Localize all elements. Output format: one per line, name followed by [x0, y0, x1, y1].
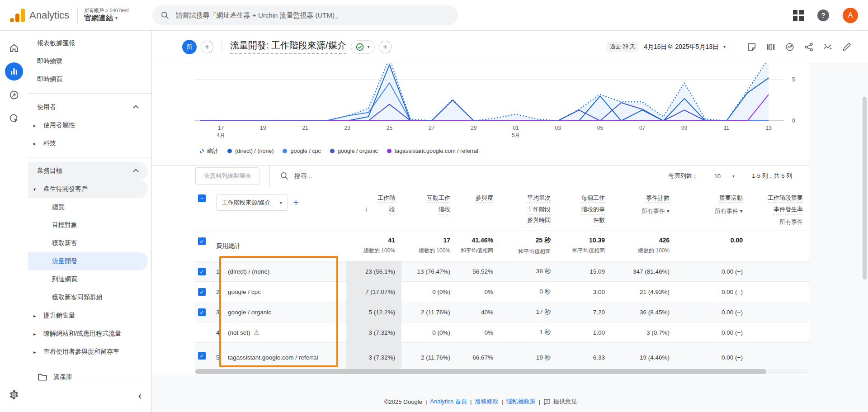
totals-cell: 426總數的 100% [611, 231, 676, 261]
footer-feedback[interactable]: 提供意見 [543, 398, 577, 406]
help-icon[interactable]: ? [817, 9, 829, 21]
comparison-icon[interactable] [761, 38, 780, 56]
column-header-2[interactable]: 互動工作階段 [401, 186, 457, 231]
legend-label: 總計 [207, 147, 218, 155]
dimension-selector[interactable]: 工作階段來源/媒介▾ [216, 194, 288, 211]
sidebar-item[interactable]: 資產庫 [28, 368, 148, 386]
select-all-checkbox[interactable]: − [198, 194, 206, 202]
sparkline-insights-icon[interactable] [818, 38, 837, 56]
sidebar-item[interactable]: ▸使用者屬性 [28, 116, 148, 134]
legend-item[interactable]: google / organic [330, 148, 378, 154]
reports-icon[interactable] [5, 62, 23, 81]
column-header-1[interactable]: ↓工作階段 [346, 186, 401, 231]
expand-arrow-icon[interactable]: ▸ [33, 331, 36, 336]
sidebar-item[interactable]: 流量開發 [28, 252, 148, 270]
expand-arrow-icon[interactable]: ▸ [33, 123, 36, 128]
row-metric-cell: 347 (81.46%) [611, 261, 676, 281]
footer-link[interactable]: 隱私權政策 [506, 398, 536, 406]
global-search[interactable] [152, 5, 458, 25]
collapse-sidebar-icon[interactable]: ‹ [138, 390, 142, 402]
column-header-3[interactable]: 參與度 [457, 186, 500, 231]
explore-icon[interactable] [5, 86, 23, 104]
expand-arrow-icon[interactable]: ▸ [33, 350, 36, 355]
chevron-down-icon[interactable]: ▾ [723, 44, 726, 49]
column-header-7[interactable]: 重要活動所有事件 ▾ [676, 186, 749, 231]
account-switcher[interactable]: 所有帳戶 > 0407test 官網連結 ▾ [84, 8, 129, 23]
row-metric-cell: 3 (7.32%) [346, 343, 401, 372]
advertising-icon[interactable] [5, 109, 23, 128]
sidebar-item-label: 使用者 [37, 103, 56, 111]
sidebar-item[interactable]: 報表數據匯報 [28, 34, 148, 52]
sidebar-item[interactable]: ▸科技 [28, 134, 148, 152]
legend-item[interactable]: (direct) / (none) [227, 148, 274, 154]
sidebar-item[interactable]: ▸查看使用者參與度和留存率 [28, 343, 148, 361]
sidebar-item[interactable]: 即時總覽 [28, 52, 148, 71]
edit-pencil-icon[interactable] [837, 38, 856, 56]
row-checkbox-cell: ✓ [195, 282, 216, 302]
sidebar-bottom-divider [37, 380, 145, 380]
legend-item[interactable]: 總計 [200, 147, 218, 155]
expand-arrow-icon[interactable]: ▾ [33, 187, 36, 192]
sidebar-item[interactable]: ▸提升銷售量 [28, 307, 148, 325]
totals-checkbox[interactable]: ✓ [198, 237, 206, 245]
footer-link[interactable]: Analytics 首頁 [430, 398, 467, 406]
horizontal-scrollbar[interactable] [195, 369, 809, 374]
row-checkbox[interactable]: ✓ [198, 268, 206, 275]
sort-descending-icon[interactable]: ↓ [365, 205, 368, 213]
sidebar-item[interactable]: 獲取新客同類群組 [28, 289, 148, 307]
pagination-status: 1-5 列，共 5 列 [752, 172, 792, 180]
collapse-section-icon[interactable] [133, 169, 139, 175]
legend-item[interactable]: google / cpc [283, 148, 321, 154]
row-checkbox[interactable]: ✓ [198, 352, 206, 360]
table-search[interactable] [280, 171, 669, 180]
expand-arrow-icon[interactable]: ▸ [33, 141, 36, 146]
column-filter[interactable]: 所有事件 [749, 218, 803, 226]
row-name-cell: 3google / organic [216, 302, 346, 322]
sessions-line-chart: 174月192123252729015月03050709111350 [152, 63, 809, 140]
report-status-dropdown[interactable]: ▾ [351, 40, 375, 54]
sidebar-item[interactable]: 總覽 [28, 198, 148, 216]
sidebar-item[interactable]: 使用者 [28, 98, 148, 116]
table-search-input[interactable] [294, 172, 430, 180]
plot-rows-button[interactable]: 依資料列繪製圖表 [195, 167, 259, 185]
collection-chip[interactable]: 所 [182, 40, 197, 54]
row-metric-cell: 0% [457, 282, 500, 302]
expand-arrow-icon[interactable]: ▸ [33, 313, 36, 318]
column-filter[interactable]: 所有事件 ▾ [676, 207, 743, 215]
column-header-8[interactable]: 工作階段重要事件發生率所有事件 [749, 186, 809, 231]
date-range[interactable]: 4月16日至 2025年5月13日 [644, 43, 719, 51]
avatar[interactable]: A [843, 8, 858, 23]
y-tick-label: 5 [792, 76, 795, 83]
sidebar-item[interactable]: 獲取新客 [28, 234, 148, 252]
add-dimension-icon[interactable]: + [293, 198, 299, 208]
sidebar-item[interactable]: ▾產生待開發客戶 [28, 180, 148, 198]
sidebar-item[interactable]: 業務目標 [28, 162, 148, 180]
insights-icon[interactable] [780, 38, 799, 56]
notes-icon[interactable] [742, 38, 761, 56]
global-search-input[interactable] [176, 11, 450, 19]
share-icon[interactable] [799, 38, 818, 56]
horizontal-scrollbar-thumb[interactable] [195, 369, 766, 374]
add-comparison-button[interactable]: + [201, 41, 213, 53]
column-filter[interactable]: 所有事件 ▾ [611, 207, 670, 215]
rows-per-page-value[interactable]: 10 [714, 173, 721, 180]
row-checkbox[interactable]: ✓ [198, 288, 206, 296]
analytics-logo-icon[interactable] [10, 9, 25, 22]
column-header-4[interactable]: 平均單次工作階段參與時間 [500, 186, 557, 231]
collapse-section-icon[interactable] [133, 105, 139, 111]
row-checkbox[interactable]: ✓ [198, 308, 206, 316]
admin-gear-icon[interactable] [5, 386, 23, 404]
sidebar-item[interactable]: ▸瞭解網站和/或應用程式流量 [28, 325, 148, 343]
apps-grid-icon[interactable] [793, 10, 804, 21]
chevron-down-icon[interactable]: ▾ [732, 174, 735, 179]
add-report-tab-button[interactable]: + [379, 41, 392, 53]
sidebar-item[interactable]: 到達網頁 [28, 270, 148, 289]
footer-link[interactable]: 服務條款 [475, 398, 498, 406]
legend-item[interactable]: tagassistant.google.com / referral [387, 148, 478, 154]
sidebar-item[interactable]: 目標對象 [28, 216, 148, 234]
column-header-5[interactable]: 每個工作階段的事件數 [557, 186, 611, 231]
sidebar-item[interactable]: 即時網頁 [28, 71, 148, 89]
home-icon[interactable] [5, 39, 23, 57]
vertical-scrollbar-thumb[interactable] [863, 97, 867, 279]
column-header-6[interactable]: 事件計數所有事件 ▾ [611, 186, 676, 231]
